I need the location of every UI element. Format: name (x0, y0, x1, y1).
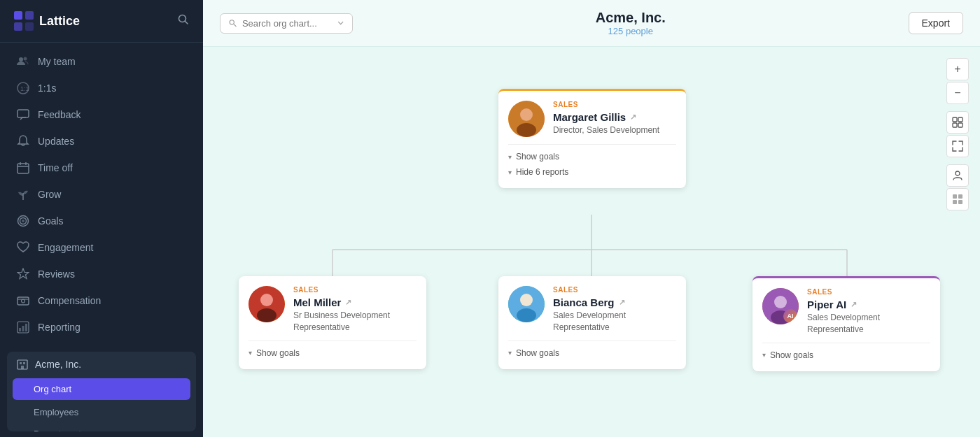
card-inner-bianca: SALES Bianca Berg ↗ Sales Development Re… (508, 286, 676, 334)
svg-point-6 (19, 57, 23, 62)
global-search-button[interactable] (178, 14, 189, 28)
bianca-card-info: SALES Bianca Berg ↗ Sales Development Re… (553, 286, 676, 334)
svg-rect-23 (22, 326, 24, 331)
search-input[interactable] (242, 18, 332, 29)
piper-external-link-icon[interactable]: ↗ (850, 300, 857, 309)
svg-point-38 (517, 123, 536, 137)
svg-rect-3 (25, 22, 34, 31)
grid-view-button[interactable] (946, 188, 969, 210)
expand-icon (952, 141, 963, 152)
sidebar-item-goals[interactable]: Goals (0, 208, 203, 234)
sprout-icon (17, 188, 29, 201)
sidebar-item-1on1s[interactable]: 1:1 1:1s (0, 75, 203, 101)
sidebar-item-engagement[interactable]: Engagement (0, 234, 203, 261)
piper-dept-label: SALES (807, 288, 930, 296)
card-inner-root: SALES Margaret Gillis ↗ Director, Sales … (508, 101, 676, 137)
root-external-link-icon[interactable]: ↗ (630, 113, 636, 122)
person-view-button[interactable] (946, 164, 969, 187)
zoom-out-button[interactable]: − (946, 82, 969, 104)
root-card-info: SALES Margaret Gillis ↗ Director, Sales … (553, 101, 676, 136)
sidebar-item-goals-label: Goals (38, 215, 64, 227)
show-goals-chevron: ▾ (508, 153, 512, 161)
sidebar-item-my-team[interactable]: My team (0, 48, 203, 75)
root-person-card: SALES Margaret Gillis ↗ Director, Sales … (498, 89, 686, 188)
sub-nav-item-departments[interactable]: Departments (7, 423, 196, 431)
piper-show-goals-btn[interactable]: ▾ Show goals (762, 349, 930, 361)
svg-line-30 (234, 24, 236, 27)
sidebar-item-reviews[interactable]: Reviews (0, 261, 203, 287)
people-count: 125 people (353, 26, 909, 36)
sub-nav-item-org-chart[interactable]: Org chart (13, 378, 190, 400)
bianca-show-goals-btn[interactable]: ▾ Show goals (508, 347, 676, 359)
piper-person-name: Piper AI ↗ (807, 299, 930, 310)
mel-dept-label: SALES (293, 286, 416, 294)
sidebar-item-time-off-label: Time off (38, 162, 73, 173)
compensation-icon (17, 294, 29, 307)
avatar-piper: AI (762, 288, 799, 324)
sidebar-item-updates[interactable]: Updates (0, 128, 203, 155)
avatar-margaret (508, 101, 545, 137)
piper-goals-chevron: ▾ (762, 351, 766, 359)
root-dept-label: SALES (553, 101, 676, 108)
search-box[interactable] (220, 13, 353, 34)
root-hide-reports-btn[interactable]: ▾ Hide 6 reports (508, 166, 676, 178)
export-button[interactable]: Export (909, 12, 963, 34)
piper-card-info: SALES Piper AI ↗ Sales Development Repre… (807, 288, 930, 336)
chat-icon: 1:1 (17, 82, 29, 94)
sidebar-item-compensation-label: Compensation (38, 295, 101, 306)
svg-rect-22 (19, 328, 21, 331)
avatar-bianca (508, 286, 545, 322)
star-icon (17, 268, 29, 280)
child-card-mel: SALES Mel Miller ↗ Sr Business Developme… (239, 276, 426, 369)
avatar-margaret-img (508, 101, 545, 137)
expand-button[interactable] (946, 135, 969, 157)
svg-rect-2 (14, 22, 22, 31)
lattice-logo: Lattice (14, 11, 80, 31)
mel-person-title: Sr Business Development Representative (293, 310, 416, 334)
person-view-icon (952, 170, 963, 181)
piper-person-title: Sales Development Representative (807, 312, 930, 336)
card-inner-piper: AI SALES Piper AI ↗ Sales Development Re… (762, 288, 930, 336)
zoom-controls: + − (946, 58, 969, 210)
sidebar-item-feedback-label: Feedback (38, 109, 80, 120)
mel-person-name: Mel Miller ↗ (293, 296, 416, 308)
sub-nav-org-chart-label: Org chart (34, 384, 71, 394)
svg-rect-1 (25, 11, 34, 20)
fit-view-button[interactable] (946, 111, 969, 134)
mel-card-info: SALES Mel Miller ↗ Sr Business Developme… (293, 286, 416, 334)
sidebar-item-my-team-label: My team (38, 56, 76, 67)
sidebar-item-reporting-label: Reporting (38, 322, 80, 333)
sidebar-item-reporting[interactable]: Reporting (0, 314, 203, 341)
child-card-piper: AI SALES Piper AI ↗ Sales Development Re… (752, 276, 940, 371)
root-show-goals-btn[interactable]: ▾ Show goals (508, 150, 676, 163)
sidebar-item-time-off[interactable]: Time off (0, 155, 203, 181)
lattice-logo-icon (14, 11, 34, 31)
calendar-icon (17, 162, 29, 174)
sidebar-item-compensation[interactable]: Compensation (0, 287, 203, 314)
mel-external-link-icon[interactable]: ↗ (345, 298, 351, 307)
mel-show-goals-btn[interactable]: ▾ Show goals (248, 347, 416, 359)
root-person-title: Director, Sales Development (553, 124, 676, 136)
bianca-card-actions: ▾ Show goals (508, 341, 676, 359)
zoom-in-button[interactable]: + (946, 58, 969, 80)
target-icon (17, 215, 29, 227)
sidebar-item-feedback[interactable]: Feedback (0, 101, 203, 128)
svg-rect-0 (14, 11, 22, 20)
svg-point-17 (22, 220, 24, 222)
bianca-person-name: Bianca Berg ↗ (553, 296, 676, 308)
app-name: Lattice (39, 14, 80, 29)
sidebar-header: Lattice (0, 0, 203, 43)
zoom-divider (946, 106, 969, 110)
people-icon (17, 55, 29, 68)
sub-nav-header[interactable]: Acme, Inc. (7, 352, 196, 377)
building-icon (17, 359, 28, 370)
mel-card-actions: ▾ Show goals (248, 341, 416, 359)
svg-rect-50 (953, 123, 957, 127)
bianca-external-link-icon[interactable]: ↗ (619, 298, 625, 307)
sidebar-item-grow[interactable]: Grow (0, 181, 203, 208)
search-icon (178, 14, 189, 25)
sub-nav-title: Acme, Inc. (35, 359, 81, 370)
sub-nav-item-employees[interactable]: Employees (7, 401, 196, 423)
avatar-bianca-img (508, 286, 545, 322)
sidebar-item-1on1s-label: 1:1s (38, 83, 56, 94)
